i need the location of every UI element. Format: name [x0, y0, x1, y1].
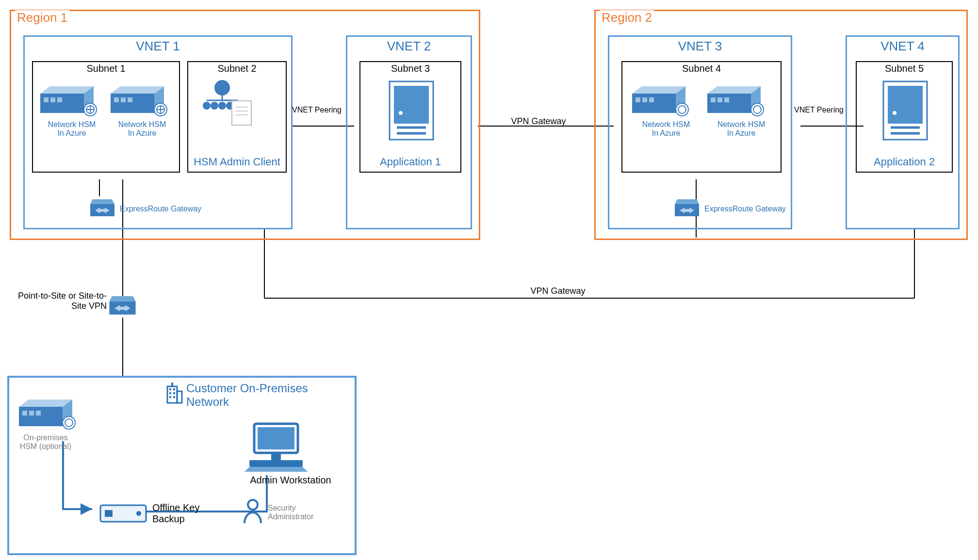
svg-rect-92	[271, 453, 281, 460]
svg-marker-41	[90, 199, 114, 204]
hsm-icon	[705, 81, 768, 120]
svg-rect-16	[57, 97, 62, 102]
application-icon	[387, 79, 436, 142]
subnet-3-label: Subnet 3	[360, 63, 460, 74]
svg-point-34	[218, 102, 226, 110]
svg-point-46	[399, 111, 403, 115]
svg-point-62	[751, 103, 764, 116]
vpn-gateway-top-label: VPN Gateway	[495, 116, 582, 127]
svg-rect-76	[169, 388, 171, 390]
vnet-4: VNET 4 Subnet 5 Application 2	[846, 35, 960, 229]
svg-rect-74	[167, 386, 177, 403]
admin-workstation: Admin Workstation	[242, 421, 339, 486]
hsm-4-label: Network HSM In Azure	[705, 120, 778, 137]
svg-rect-61	[724, 97, 729, 102]
svg-rect-45	[394, 86, 429, 124]
gateway-icon	[107, 293, 138, 320]
svg-rect-24	[121, 97, 126, 102]
subnet-1-label: Subnet 1	[33, 63, 179, 74]
subnet-2: Subnet 2	[187, 61, 287, 173]
svg-rect-75	[177, 391, 182, 403]
svg-rect-77	[173, 388, 175, 390]
diagram-canvas: Region 1 VNET 1 Subnet 1	[0, 0, 978, 560]
subnet-5-label: Subnet 5	[857, 63, 952, 74]
svg-point-89	[63, 416, 75, 429]
svg-rect-91	[258, 427, 294, 449]
svg-point-68	[893, 111, 896, 115]
building-icon	[164, 383, 184, 404]
svg-rect-60	[717, 97, 722, 102]
hsm-icon	[630, 81, 693, 120]
vnet-3-label: VNET 3	[609, 39, 791, 54]
security-admin-label: Security Administrator	[268, 504, 321, 521]
load-balancer-icon	[203, 79, 256, 128]
svg-point-33	[211, 102, 218, 110]
svg-point-95	[248, 500, 258, 510]
vnet-peering-1-label: VNET Peering	[290, 106, 343, 114]
onprem-hsm-label: On-premises HSM (optional)	[16, 433, 75, 450]
onprem-network: Customer On-Premises Network On-premises…	[7, 376, 357, 555]
vnet-4-label: VNET 4	[847, 39, 958, 54]
onprem-title: Customer On-Premises Network	[186, 382, 312, 408]
subnet-3-item-label: Application 1	[360, 156, 460, 168]
svg-rect-59	[711, 97, 716, 102]
region-1-label: Region 1	[15, 10, 69, 25]
vpn-node-label: Point-to-Site or Site-to-Site VPN	[15, 291, 107, 311]
svg-rect-23	[114, 97, 119, 102]
svg-rect-15	[50, 97, 55, 102]
hsm-2-label: Network HSM In Azure	[108, 120, 176, 137]
backup-device-icon	[99, 501, 147, 526]
svg-rect-78	[169, 392, 171, 394]
svg-rect-54	[649, 97, 654, 102]
subnet-5-item-label: Application 2	[857, 156, 952, 168]
admin-workstation-label: Admin Workstation	[242, 475, 339, 486]
er-gateway-1-label: ExpressRoute Gateway	[120, 205, 201, 213]
vpn-gateway-node	[107, 293, 138, 320]
svg-rect-21	[111, 94, 154, 113]
hsm-device-2: Network HSM In Azure	[108, 81, 176, 137]
subnet-5: Subnet 5 Application 2	[856, 61, 953, 173]
offline-key-backup: Offline Key Backup	[99, 501, 206, 526]
region-1: Region 1 VNET 1 Subnet 1	[10, 10, 480, 240]
hsm-device-1: Network HSM In Azure	[38, 81, 106, 137]
subnet-1: Subnet 1 Network HSM In Azure	[32, 61, 180, 173]
svg-rect-79	[173, 392, 175, 394]
hsm-device-4: Network HSM In Azure	[705, 81, 778, 137]
svg-rect-81	[173, 396, 175, 398]
backup-label: Offline Key Backup	[152, 502, 206, 525]
svg-rect-57	[707, 94, 751, 113]
svg-rect-67	[888, 86, 923, 124]
expressroute-gateway-2: ExpressRoute Gateway	[672, 197, 786, 221]
svg-point-29	[214, 80, 230, 96]
svg-rect-93	[249, 460, 303, 467]
subnet-4: Subnet 4 Network HSM In Azure	[621, 61, 782, 173]
region-2: Region 2 VNET 3 Subnet 4	[594, 10, 968, 240]
workstation-icon	[242, 421, 310, 475]
person-icon	[242, 499, 264, 526]
svg-rect-82	[171, 383, 173, 386]
svg-rect-14	[44, 97, 49, 102]
svg-rect-97	[105, 510, 113, 517]
vnet-1: VNET 1 Subnet 1	[23, 35, 293, 229]
svg-rect-52	[636, 97, 640, 102]
subnet-4-label: Subnet 4	[622, 63, 781, 74]
svg-marker-94	[244, 467, 308, 472]
svg-rect-12	[40, 94, 84, 113]
svg-marker-71	[109, 296, 135, 302]
svg-rect-84	[19, 407, 63, 426]
vnet-2: VNET 2 Subnet 3 Application 1	[346, 35, 472, 229]
hsm-icon	[38, 81, 101, 120]
svg-rect-25	[128, 97, 132, 102]
onprem-hsm: On-premises HSM (optional)	[16, 395, 94, 450]
hsm-1-label: Network HSM In Azure	[38, 120, 106, 137]
subnet-2-label: Subnet 2	[188, 63, 286, 74]
svg-rect-87	[29, 411, 34, 416]
region-2-label: Region 2	[600, 10, 654, 25]
vpn-gateway-bottom-label: VPN Gateway	[514, 286, 602, 296]
subnet-3: Subnet 3 Application 1	[359, 61, 461, 173]
svg-rect-80	[169, 396, 171, 398]
svg-point-55	[676, 103, 688, 116]
hsm-3-label: Network HSM In Azure	[630, 120, 702, 137]
er-gateway-2-label: ExpressRoute Gateway	[704, 205, 786, 213]
svg-point-32	[203, 102, 211, 110]
